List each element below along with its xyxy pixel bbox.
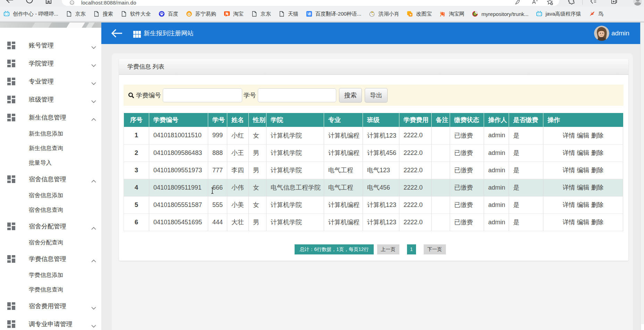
sidebar-group-label: 调专业申请管理: [29, 320, 73, 328]
edit-link[interactable]: 编辑: [577, 219, 590, 226]
table-cell: 是: [509, 127, 543, 144]
bookmark-item[interactable]: 苏宁易购: [186, 11, 216, 17]
read-aloud-icon[interactable]: [531, 0, 538, 5]
grid-blocks-icon: [7, 223, 15, 231]
delete-link[interactable]: 删除: [591, 201, 604, 208]
detail-link[interactable]: 详情: [562, 184, 575, 191]
back-arrow-icon[interactable]: [111, 28, 123, 39]
sidebar-group-专业管理[interactable]: 专业管理: [0, 72, 101, 90]
export-button[interactable]: 导出: [365, 88, 388, 103]
extensions-icon[interactable]: [568, 0, 576, 5]
prev-page-button[interactable]: 上一页: [377, 244, 399, 254]
user-avatar[interactable]: [594, 26, 609, 41]
table-cell: 已缴费: [450, 179, 484, 196]
sidebar-item-学费信息添加[interactable]: 学费信息添加: [0, 268, 101, 283]
delete-link[interactable]: 删除: [591, 219, 604, 226]
bookmark-item[interactable]: 百度: [159, 11, 178, 17]
sidebar-item-宿舍分配查询[interactable]: 宿舍分配查询: [0, 235, 101, 250]
bookmark-item[interactable]: 软件大全: [121, 11, 151, 17]
current-page-button[interactable]: 1: [407, 244, 416, 254]
bookmark-item[interactable]: 淘淘宝网: [439, 11, 464, 17]
edit-link[interactable]: 编辑: [577, 132, 590, 139]
sidebar-group-学费信息管理[interactable]: 学费信息管理: [0, 250, 101, 268]
bookmark-item[interactable]: 创作中心 - 哔哩哔...: [3, 11, 58, 17]
bookmark-item[interactable]: myrepository/trunk...: [472, 11, 528, 17]
table-cell: 小美: [227, 196, 249, 214]
grid-blocks-icon: [7, 96, 15, 104]
bookmark-label: 苏宁易购: [195, 11, 216, 17]
detail-link[interactable]: 详情: [562, 167, 575, 174]
bookmark-item[interactable]: java高级程序猿: [536, 11, 581, 17]
bookmark-label: 百度翻译-200种语...: [315, 11, 362, 17]
address-bar[interactable]: localhost:8088/main.do: [62, 0, 559, 6]
table-cell: 电气工程: [324, 179, 363, 196]
student-no-input[interactable]: [258, 88, 336, 102]
sidebar-item-宿舍信息查询[interactable]: 宿舍信息查询: [0, 203, 101, 217]
bilibili-icon: [536, 11, 542, 17]
username[interactable]: admin: [611, 29, 629, 37]
table-cell: 2: [124, 144, 149, 162]
grid-blocks-icon: [7, 78, 15, 86]
sidebar-icon[interactable]: [590, 0, 597, 5]
edit-link[interactable]: 编辑: [577, 167, 590, 174]
bookmark-item[interactable]: 天猫: [279, 11, 298, 17]
table-cell: 计算机学院: [266, 214, 324, 231]
search-button[interactable]: 搜索: [339, 88, 362, 103]
collections-icon[interactable]: [610, 0, 618, 5]
sidebar-item-新生信息查询[interactable]: 新生信息查询: [0, 141, 101, 156]
bookmark-item[interactable]: 淘淘宝: [224, 11, 244, 17]
detail-link[interactable]: 详情: [562, 219, 575, 226]
profile-icon[interactable]: [633, 0, 642, 6]
reload-icon[interactable]: [25, 0, 34, 5]
detail-link[interactable]: 详情: [562, 201, 575, 208]
edit-link[interactable]: 编辑: [577, 201, 590, 208]
browser-scrollbar[interactable]: [640, 23, 644, 330]
sidebar-group-班级管理[interactable]: 班级管理: [0, 90, 101, 108]
table-cell: admin: [484, 162, 509, 179]
bookmark-item[interactable]: 京东: [66, 11, 86, 17]
home-icon[interactable]: [44, 0, 53, 5]
bookmark-item[interactable]: 译百度翻译-200种语...: [306, 11, 362, 17]
sidebar-group-label: 新生信息管理: [29, 113, 66, 122]
delete-link[interactable]: 删除: [591, 184, 604, 191]
sidebar-group-调专业申请管理[interactable]: 调专业申请管理: [0, 315, 101, 330]
sidebar-group-新生信息管理[interactable]: 新生信息管理: [0, 108, 101, 127]
detail-link[interactable]: 详情: [562, 132, 575, 139]
bookmark-item[interactable]: 洪湖小肖: [369, 11, 399, 17]
sidebar-item-学费信息查询[interactable]: 学费信息查询: [0, 283, 101, 297]
browser-toolbar: localhost:8088/main.do: [0, 0, 644, 7]
back-icon[interactable]: [5, 0, 14, 5]
edit-link[interactable]: 编辑: [577, 184, 590, 191]
bookmark-item[interactable]: 京东: [251, 11, 271, 17]
delete-link[interactable]: 删除: [591, 167, 604, 174]
bookmark-item[interactable]: 改图宝: [407, 11, 432, 17]
edit-link[interactable]: 编辑: [577, 149, 590, 156]
site-info-icon[interactable]: [70, 0, 74, 5]
sidebar-group-宿舍费用管理[interactable]: 宿舍费用管理: [0, 297, 101, 315]
table-cell: 大壮: [227, 214, 249, 231]
delete-link[interactable]: 删除: [591, 149, 604, 156]
sidebar-item-新生信息添加[interactable]: 新生信息添加: [0, 127, 101, 141]
fee-no-input[interactable]: [163, 88, 242, 102]
detail-link[interactable]: 详情: [562, 149, 575, 156]
column-header: 缴费状态: [450, 113, 484, 127]
sidebar-group-宿舍信息管理[interactable]: 宿舍信息管理: [0, 170, 101, 188]
favorite-add-icon[interactable]: [546, 0, 553, 5]
sidebar-group-宿舍分配管理[interactable]: 宿舍分配管理: [0, 217, 101, 235]
sidebar-item-宿舍信息添加[interactable]: 宿舍信息添加: [0, 188, 101, 203]
ink-icon[interactable]: [515, 0, 521, 5]
url-text[interactable]: localhost:8088/main.do: [81, 0, 136, 6]
bookmark-label: 淘宝: [233, 11, 244, 17]
sidebar-group-学院管理[interactable]: 学院管理: [0, 54, 101, 72]
bookmark-item[interactable]: 鸟: [589, 11, 603, 17]
sidebar-item-批量导入[interactable]: 批量导入: [0, 156, 101, 170]
delete-link[interactable]: 删除: [591, 132, 604, 139]
bookmark-item[interactable]: 搜索: [93, 11, 113, 17]
table-cell: 电气456: [363, 179, 399, 196]
table-cell: 计算机123: [363, 127, 399, 144]
table-cell: 已缴费: [450, 214, 484, 231]
table-cell: 男: [249, 144, 266, 162]
page-icon: [66, 11, 72, 17]
sidebar-group-账号管理[interactable]: 账号管理: [0, 36, 101, 54]
next-page-button[interactable]: 下一页: [424, 244, 446, 254]
